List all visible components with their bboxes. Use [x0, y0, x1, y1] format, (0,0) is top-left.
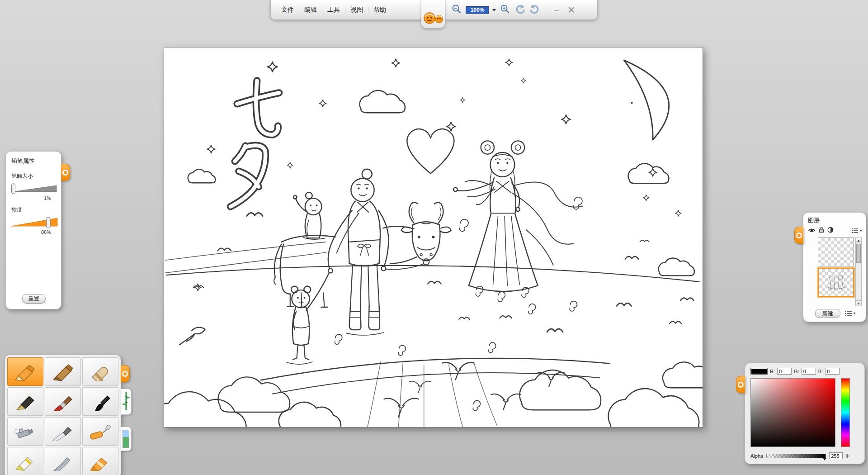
softness-handle[interactable]: [47, 217, 50, 228]
picker-row: [750, 378, 859, 447]
alpha-slider[interactable]: [766, 454, 826, 458]
alpha-spinner[interactable]: [846, 454, 849, 458]
pencil-panel-tab[interactable]: [61, 164, 70, 181]
layers-panel-tab[interactable]: [794, 227, 803, 244]
minimize-button[interactable]: –: [551, 4, 562, 16]
layer-menu-button[interactable]: [851, 228, 862, 233]
pencil-icon: [12, 362, 38, 381]
scroll-up-button[interactable]: [856, 238, 861, 243]
menu-view[interactable]: 视图: [346, 4, 367, 16]
crayon-icon: [87, 362, 113, 381]
airbrush-icon: [12, 422, 38, 441]
tool-pencil[interactable]: [7, 357, 43, 386]
layer-menu-icon: [851, 228, 859, 233]
menu-file[interactable]: 文件: [277, 4, 298, 16]
chevron-down-icon: [859, 230, 862, 232]
new-layer-button[interactable]: 新建: [815, 309, 840, 318]
alpha-input[interactable]: [829, 452, 843, 459]
panel-logo-icon: [796, 233, 802, 238]
undo-button[interactable]: [514, 4, 526, 16]
layer-options-button[interactable]: [845, 311, 856, 316]
panel-logo-icon: [738, 382, 744, 388]
brush-size-slider[interactable]: [11, 183, 57, 195]
undo-icon: [514, 4, 525, 16]
zoom-dropdown-caret[interactable]: [492, 9, 496, 11]
g-input[interactable]: [802, 368, 816, 375]
main-toolbar: 文件 编辑 工具 视图 帮助: [270, 0, 598, 20]
hue-slider[interactable]: [841, 378, 850, 447]
r-label: R:: [770, 369, 775, 374]
menu-edit[interactable]: 编辑: [300, 4, 321, 16]
softness-track[interactable]: [11, 218, 57, 226]
tool-paint-brush[interactable]: [45, 387, 81, 416]
tool-charcoal-pencil[interactable]: [45, 357, 81, 386]
layers-panel: 图层: [803, 212, 866, 322]
tool-fountain-pen[interactable]: [7, 387, 43, 416]
zoom-level-field[interactable]: 100%: [466, 6, 489, 14]
palette-tab[interactable]: [121, 365, 130, 382]
tool-marker[interactable]: [7, 447, 43, 475]
spin-down-icon: [846, 456, 849, 458]
layer-thumbnail-1[interactable]: [818, 238, 854, 266]
layers-panel-title: 图层: [808, 216, 862, 224]
softness-slider[interactable]: [11, 217, 57, 228]
softness-value: 86%: [11, 229, 57, 235]
bamboo-icon: [122, 390, 131, 413]
menu-separator: [368, 6, 368, 14]
tool-palette-knife[interactable]: [45, 417, 81, 446]
tool-paint-roller[interactable]: [82, 417, 118, 446]
brush-size-label: 笔触大小: [11, 172, 57, 180]
app-logo-tab[interactable]: [421, 0, 445, 28]
saturation-value-picker[interactable]: [750, 378, 835, 447]
scroll-down-button[interactable]: [856, 300, 861, 306]
toolbar-controls: 100% – ✕: [451, 0, 577, 20]
triangle-up-icon: [857, 240, 860, 242]
scene-thumbnail-tab[interactable]: [121, 427, 132, 451]
oil-pastel-icon: [87, 452, 113, 471]
tool-ink-brush[interactable]: [82, 387, 118, 416]
marker-icon: [12, 452, 38, 471]
triangle-down-icon: [857, 303, 860, 304]
menubar: 文件 编辑 工具 视图 帮助: [277, 0, 390, 19]
spin-up-icon: [846, 454, 849, 456]
close-icon: ✕: [568, 5, 576, 14]
app-window: 文件 编辑 工具 视图 帮助: [0, 0, 868, 475]
blend-icon[interactable]: [827, 227, 834, 235]
bamboo-tab[interactable]: [121, 389, 132, 415]
zoom-out-button[interactable]: [451, 4, 462, 16]
current-color-swatch[interactable]: [750, 368, 768, 375]
app-logo-icon: [423, 11, 443, 27]
scrollbar-thumb[interactable]: [856, 244, 861, 263]
b-input[interactable]: [825, 368, 840, 375]
redo-button[interactable]: [529, 4, 541, 16]
tool-palette: [5, 355, 121, 475]
canvas-artwork: [164, 48, 703, 427]
layers-scrollbar[interactable]: [855, 238, 862, 306]
color-panel-tab[interactable]: [736, 376, 745, 393]
tool-crayon[interactable]: [82, 357, 118, 386]
r-input[interactable]: [777, 368, 792, 375]
alpha-marker[interactable]: [823, 458, 826, 461]
menu-separator: [299, 6, 299, 14]
close-button[interactable]: ✕: [566, 4, 577, 16]
tool-quill-pen[interactable]: [45, 447, 81, 475]
drawing-canvas[interactable]: [164, 47, 703, 428]
scene-thumbnail: [123, 430, 129, 448]
layer-thumbnail-2[interactable]: [818, 268, 854, 297]
visibility-eye-icon[interactable]: [808, 227, 816, 235]
lock-icon[interactable]: [819, 227, 824, 235]
brush-size-track[interactable]: [12, 185, 57, 192]
zoom-in-icon: [500, 4, 510, 16]
brush-size-handle[interactable]: [12, 184, 15, 194]
pencil-panel-title: 铅笔属性: [11, 157, 57, 165]
menu-help[interactable]: 帮助: [369, 4, 390, 16]
panel-logo-icon: [122, 371, 128, 377]
menu-tools[interactable]: 工具: [323, 4, 344, 16]
zoom-in-button[interactable]: [499, 4, 511, 16]
tool-airbrush[interactable]: [7, 417, 43, 446]
menu-separator: [345, 6, 345, 14]
g-label: G:: [794, 369, 799, 374]
layers-footer: 新建: [808, 309, 862, 318]
reset-button[interactable]: 重置: [22, 294, 46, 304]
tool-oil-pastel[interactable]: [82, 447, 118, 475]
